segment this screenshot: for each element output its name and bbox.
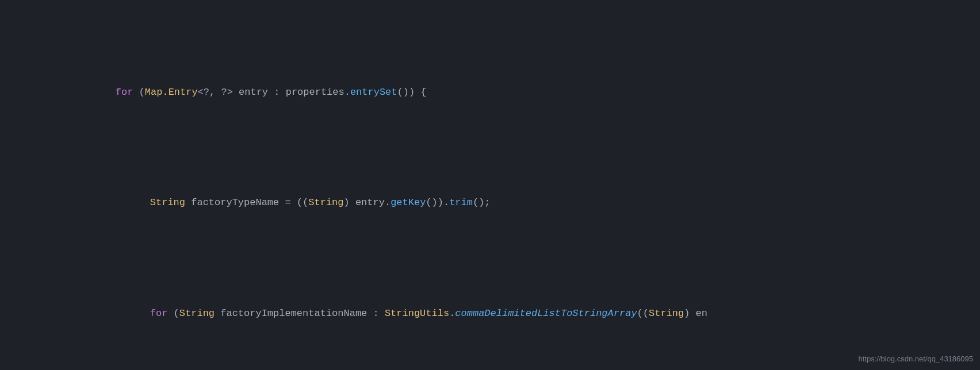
watermark-url: https://blog.csdn.net/qq_43186095	[859, 354, 974, 363]
code-editor: for (Map.Entry<?, ?> entry : properties.…	[0, 0, 980, 370]
code-line-factory-type-name: String factoryTypeName = ((String) entry…	[0, 179, 980, 227]
code-line-for-factory-impl: for (String factoryImplementationName : …	[0, 289, 980, 337]
keyword-for: for	[116, 87, 133, 98]
code-line-for-entry: for (Map.Entry<?, ?> entry : properties.…	[0, 68, 980, 117]
